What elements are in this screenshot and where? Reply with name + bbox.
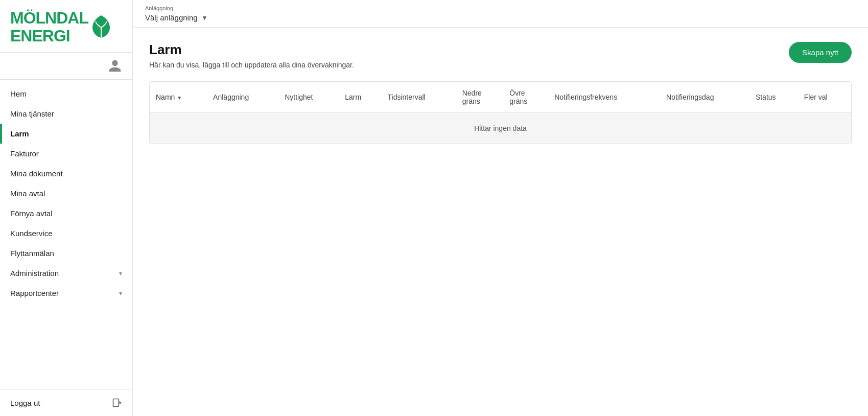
chevron-down-icon: ▾ xyxy=(119,270,122,277)
nav-item-fakturor[interactable]: Fakturor xyxy=(0,144,132,164)
page-title: Larm xyxy=(149,42,354,58)
table-header-row: Namn▼ Anläggning Nyttighet Larm Tidsinte… xyxy=(150,82,851,113)
nav-item-rapportcenter[interactable]: Rapportcenter▾ xyxy=(0,283,132,303)
nav-item-label: Administration xyxy=(10,269,59,278)
topbar: Anläggning Välj anläggning ▼ xyxy=(133,0,868,28)
user-area[interactable] xyxy=(0,53,132,80)
col-notifieringsdag: Notifieringsdag xyxy=(660,82,749,113)
nav-item-larm[interactable]: Larm xyxy=(0,124,132,144)
logout-icon xyxy=(112,398,122,408)
svg-rect-0 xyxy=(113,399,119,407)
sort-arrow-icon: ▼ xyxy=(177,95,182,101)
logo-lines: MÖLNDAL ENERGI xyxy=(10,9,88,45)
col-nedre-grans: Nedregräns xyxy=(456,82,504,113)
nav-item-label: Kundservice xyxy=(10,229,53,238)
nav-item-kundservice[interactable]: Kundservice xyxy=(0,223,132,243)
nav-item-mina-dokument[interactable]: Mina dokument xyxy=(0,164,132,183)
nav-item-label: Mina avtal xyxy=(10,189,45,198)
nav-item-administration[interactable]: Administration▾ xyxy=(0,263,132,283)
col-status: Status xyxy=(749,82,798,113)
nav-item-label: Flyttanmälan xyxy=(10,249,54,258)
col-nyttighet: Nyttighet xyxy=(278,82,339,113)
page-subtitle: Här kan du visa, lägga till och uppdater… xyxy=(149,61,354,69)
nav-item-mina-avtal[interactable]: Mina avtal xyxy=(0,183,132,203)
col-notifieringsfrekvens: Notifieringsfrekvens xyxy=(548,82,660,113)
col-tidsintervall: Tidsintervall xyxy=(382,82,456,113)
nav-item-label: Larm xyxy=(10,129,29,138)
table-empty-message: Hittar ingen data xyxy=(150,113,851,144)
nav-item-label: Hem xyxy=(10,89,27,98)
create-button[interactable]: Skapa nytt xyxy=(789,42,852,63)
col-fler-val: Fler val xyxy=(798,82,851,113)
nav-menu: HemMina tjänsterLarmFakturorMina dokumen… xyxy=(0,80,132,389)
table-header: Namn▼ Anläggning Nyttighet Larm Tidsinte… xyxy=(150,82,851,113)
nav-item-label: Fakturor xyxy=(10,149,39,158)
anlaggning-select-value: Välj anläggning xyxy=(145,13,198,22)
nav-item-hem[interactable]: Hem xyxy=(0,84,132,104)
col-ovre-grans: Övregräns xyxy=(503,82,548,113)
nav-item-förnya-avtal[interactable]: Förnya avtal xyxy=(0,203,132,223)
nav-item-label: Mina tjänster xyxy=(10,109,54,118)
logout-button[interactable]: Logga ut xyxy=(0,389,132,416)
nav-item-flyttanmälan[interactable]: Flyttanmälan xyxy=(0,243,132,263)
table-body: Hittar ingen data xyxy=(150,113,851,144)
nav-item-label: Rapportcenter xyxy=(10,289,59,297)
nav-item-label: Mina dokument xyxy=(10,169,63,178)
page-header: Larm Här kan du visa, lägga till och upp… xyxy=(149,42,852,69)
larm-table-wrapper: Namn▼ Anläggning Nyttighet Larm Tidsinte… xyxy=(149,81,852,144)
col-namn: Namn▼ xyxy=(150,82,207,113)
nav-item-mina-tjänster[interactable]: Mina tjänster xyxy=(0,104,132,124)
main-content: Anläggning Välj anläggning ▼ Larm Här ka… xyxy=(133,0,868,416)
nav-item-label: Förnya avtal xyxy=(10,209,53,218)
topbar-label: Anläggning xyxy=(145,5,856,11)
larm-table: Namn▼ Anläggning Nyttighet Larm Tidsinte… xyxy=(150,82,851,144)
logo-leaf-icon xyxy=(91,14,111,42)
page-area: Larm Här kan du visa, lägga till och upp… xyxy=(133,28,868,416)
logo-line1: MÖLNDAL xyxy=(10,9,88,27)
col-larm: Larm xyxy=(339,82,381,113)
chevron-down-icon: ▼ xyxy=(202,14,208,21)
user-icon xyxy=(108,59,122,73)
page-header-left: Larm Här kan du visa, lägga till och upp… xyxy=(149,42,354,69)
col-anlaggning: Anläggning xyxy=(207,82,278,113)
logo: MÖLNDAL ENERGI xyxy=(10,9,122,45)
logo-area: MÖLNDAL ENERGI xyxy=(0,0,132,53)
anlaggning-select[interactable]: Välj anläggning ▼ xyxy=(145,13,856,22)
sidebar: MÖLNDAL ENERGI HemMina tjänsterLarmFaktu… xyxy=(0,0,133,416)
table-empty-row: Hittar ingen data xyxy=(150,113,851,144)
logout-label: Logga ut xyxy=(10,399,40,407)
logo-line2: ENERGI xyxy=(10,27,88,45)
chevron-down-icon: ▾ xyxy=(119,290,122,297)
